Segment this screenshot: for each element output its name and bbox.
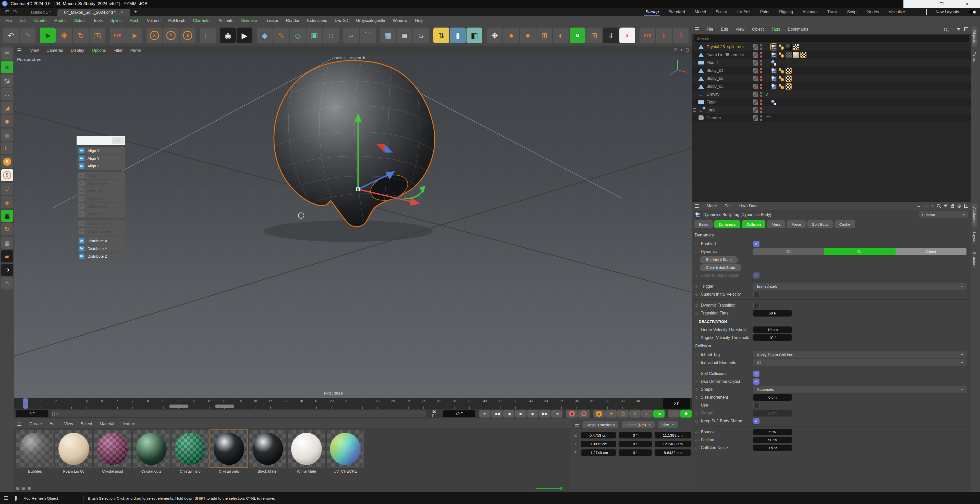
timeline-scrollbar[interactable]: 0 F <box>51 410 426 417</box>
keyframe-diamond-icon[interactable]: ◇ <box>695 311 698 315</box>
visibility-dots[interactable] <box>760 100 762 105</box>
layout-tab-startup[interactable]: Startup <box>645 8 659 16</box>
align-palette-header[interactable]: ✕ <box>76 136 125 145</box>
material-thumbnail[interactable] <box>133 430 170 468</box>
keyframe-diamond-icon[interactable]: ◇ <box>695 242 698 246</box>
dynamics-body-tag-icon[interactable] <box>771 44 777 50</box>
add-panel-icon[interactable]: + <box>964 27 968 32</box>
material-thumbnail[interactable] <box>94 430 131 468</box>
layout-tab-standard[interactable]: Standard <box>668 8 686 16</box>
menu-tools[interactable]: Tools <box>89 18 107 23</box>
render-view-icon[interactable]: ◉ <box>220 27 236 43</box>
use-checkbox[interactable] <box>753 402 759 408</box>
object-row[interactable]: Bloby_02 <box>692 74 971 82</box>
lock-y-icon[interactable]: Y <box>163 27 179 43</box>
search-icon[interactable] <box>944 28 947 31</box>
layout-gear-b-icon[interactable]: ⊞ <box>586 27 602 43</box>
texture-tag-icon[interactable] <box>786 76 792 82</box>
menu-extensions[interactable]: Extensions <box>303 18 331 23</box>
maxon-m-icon[interactable]: M <box>570 27 585 43</box>
sound-toggle-button[interactable]: ♫ <box>668 410 679 418</box>
object-manager-menu-icon[interactable]: ☰ <box>695 26 699 32</box>
redo-icon[interactable]: ↷ <box>20 27 35 43</box>
coord-system-icon[interactable]: ∟ <box>200 27 216 43</box>
menu-tracker[interactable]: Tracker <box>261 18 282 23</box>
material-menu-icon[interactable]: ☰ <box>17 421 22 427</box>
next-frame-button[interactable]: ▶ <box>527 410 538 418</box>
position-y-field[interactable]: 3.0032 cm <box>581 441 616 447</box>
goto-start-button[interactable]: ⇤ <box>479 410 490 418</box>
palette-item-distribute-z[interactable]: DZDistribute Z <box>77 252 125 260</box>
layer-toggle-icon[interactable] <box>752 84 758 89</box>
material-item[interactable]: Foam Liq 06 <box>54 430 93 473</box>
prev-key-button[interactable]: ◀◀ <box>491 410 503 418</box>
use-deformed-object-checkbox[interactable]: ✓ <box>753 379 759 385</box>
hierarchy-up-icon[interactable]: ↑ <box>951 27 953 32</box>
attr-menu-mode[interactable]: Mode <box>703 204 721 208</box>
autokey-button[interactable] <box>578 410 590 418</box>
history-forward-icon[interactable]: → <box>924 204 928 208</box>
object-row[interactable]: Camera <box>692 114 971 122</box>
dynamics-body-tag-icon[interactable] <box>771 52 777 58</box>
add-document-tab-button[interactable]: + <box>134 9 138 15</box>
material-menu-texture[interactable]: Texture <box>118 422 139 426</box>
bake-down-icon[interactable]: ⇓ <box>656 27 672 43</box>
keep-soft-body-shape-checkbox[interactable]: ✓ <box>753 418 759 424</box>
material-menu-edit[interactable]: Edit <box>46 422 60 426</box>
rotation-x-field[interactable]: 0 ° <box>619 432 652 439</box>
visibility-dots[interactable] <box>760 84 762 89</box>
goto-end-button[interactable]: ⇥ <box>551 410 563 418</box>
redo-icon[interactable]: ↷ <box>13 9 18 15</box>
extrude-icon[interactable]: ▣ <box>307 27 322 43</box>
bridge-icon[interactable]: ◗ <box>619 27 635 43</box>
autokey-region-button[interactable]: ✥ <box>680 410 692 418</box>
close-button[interactable]: ✕ <box>955 0 980 8</box>
range-start-field[interactable]: 0 F <box>16 410 48 417</box>
uv-mode-icon[interactable]: ▤ <box>1 128 13 141</box>
menu-file[interactable]: File <box>2 18 16 23</box>
status-menu-icon[interactable]: ☰ <box>3 495 8 501</box>
om-menu-tags[interactable]: Tags <box>768 27 784 32</box>
tab-soft-body[interactable]: Soft Body <box>807 220 833 228</box>
simulation-tag-icon[interactable] <box>778 83 784 90</box>
menu-volume[interactable]: Volume <box>143 18 164 23</box>
preset-dropdown[interactable]: Custom▼ <box>919 211 968 218</box>
lock-workplane-icon[interactable]: ▦ <box>1 210 13 222</box>
tab-basic[interactable]: Basic <box>694 220 713 228</box>
side-tab-layers[interactable]: Layers <box>972 228 977 247</box>
camera-object-icon[interactable]: ◙ <box>396 27 412 43</box>
position-x-field[interactable]: 0.4759 cm <box>581 432 616 439</box>
layer-toggle-icon[interactable] <box>752 100 758 105</box>
viewport-menu-cameras[interactable]: Cameras <box>43 48 67 53</box>
document-tab[interactable]: Untitled 1 * <box>24 9 57 16</box>
object-row[interactable]: Floor.1 <box>692 59 971 67</box>
axis-mode-icon[interactable]: ∟ <box>1 142 13 154</box>
material-item[interactable]: Bubbles <box>16 430 54 473</box>
menu-simulate[interactable]: Simulate <box>237 18 261 23</box>
layout-gear-a-icon[interactable]: ⊞ <box>536 27 552 43</box>
cloner-icon[interactable]: ∷ <box>323 27 339 43</box>
palette-item-distribute-y[interactable]: DYDistribute Y <box>77 245 125 252</box>
keyframe-diamond-icon[interactable]: ◇ <box>695 446 698 450</box>
palette-item-align-y[interactable]: AYAlign Y <box>77 154 125 162</box>
show-in-visualization-checkbox[interactable]: ✓ <box>753 273 759 279</box>
position-z-field[interactable]: -1.2746 cm <box>581 449 616 456</box>
restore-button[interactable]: ❐ <box>929 0 955 8</box>
keyframe-diamond-icon[interactable]: ◇ <box>695 372 698 376</box>
layer-toggle-icon[interactable] <box>752 92 758 97</box>
parent-up-icon[interactable]: ↑ <box>932 204 934 208</box>
visibility-dots[interactable] <box>760 76 762 81</box>
search-icon[interactable] <box>937 204 940 208</box>
record-position-button[interactable]: ✥ <box>605 410 617 418</box>
attributes-menu-icon[interactable]: ☰ <box>695 203 699 209</box>
palette-item-align-z[interactable]: AZAlign Z <box>77 162 125 170</box>
rotate-icon[interactable]: ↻ <box>73 27 89 43</box>
light-object-icon[interactable]: ☼ <box>413 27 429 43</box>
workplane-icon[interactable]: ◈ <box>1 196 13 208</box>
custom-initial-velocity-checkbox[interactable] <box>753 291 759 297</box>
texture-tag-icon[interactable] <box>786 83 792 90</box>
segment-on[interactable]: On <box>824 248 895 255</box>
keyframe-diamond-icon[interactable]: ◇ <box>695 387 698 391</box>
palette-item-align-x[interactable]: AXAlign X <box>77 147 125 154</box>
collider-tag-icon[interactable] <box>771 60 777 66</box>
